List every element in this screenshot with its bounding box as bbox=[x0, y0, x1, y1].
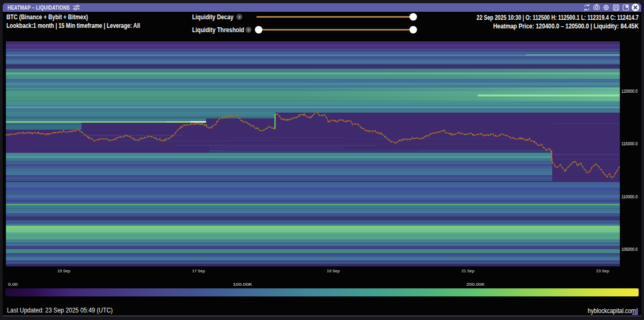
svg-text:21 Sep: 21 Sep bbox=[462, 269, 475, 273]
svg-text:BTC (Binance + Bybit + Bitmex): BTC (Binance + Bybit + Bitmex) bbox=[6, 13, 88, 21]
svg-text:Liquidity Decay: Liquidity Decay bbox=[192, 13, 233, 21]
svg-text:23 Sep: 23 Sep bbox=[596, 269, 610, 273]
svg-text:Heatmap Price: 120400.0 – 1205: Heatmap Price: 120400.0 – 120500.0 | Liq… bbox=[493, 23, 639, 30]
svg-text:110000.0: 110000.0 bbox=[621, 195, 638, 199]
svg-text:?: ? bbox=[238, 15, 241, 20]
svg-text:0.00: 0.00 bbox=[8, 282, 18, 287]
svg-text:Lookback:1 month | 15 Min time: Lookback:1 month | 15 Min timeframe | Le… bbox=[6, 22, 140, 29]
svg-text:HEATMAP – LIQUIDATIONS: HEATMAP – LIQUIDATIONS bbox=[8, 5, 70, 11]
svg-text:22 Sep 2025 10:30 | O: 112500: 22 Sep 2025 10:30 | O: 112500 H: 112500.… bbox=[477, 14, 639, 21]
svg-text:hyblockcapital.com: hyblockcapital.com bbox=[588, 307, 636, 315]
svg-text:105000.0: 105000.0 bbox=[621, 247, 638, 252]
svg-text:115000.0: 115000.0 bbox=[621, 142, 638, 146]
svg-text:100.00K: 100.00K bbox=[233, 282, 253, 287]
svg-text:Liquidity Threshold: Liquidity Threshold bbox=[192, 26, 244, 34]
svg-text:?: ? bbox=[247, 28, 250, 33]
svg-text:17 Sep: 17 Sep bbox=[192, 269, 206, 273]
svg-text:15 Sep: 15 Sep bbox=[57, 269, 71, 273]
svg-text:120000.0: 120000.0 bbox=[621, 89, 638, 94]
svg-text:Last Updated: 23 Sep 2025 05:4: Last Updated: 23 Sep 2025 05:49 (UTC) bbox=[7, 307, 113, 314]
svg-text:200.00K: 200.00K bbox=[466, 282, 485, 287]
svg-text:19 Sep: 19 Sep bbox=[327, 269, 340, 273]
